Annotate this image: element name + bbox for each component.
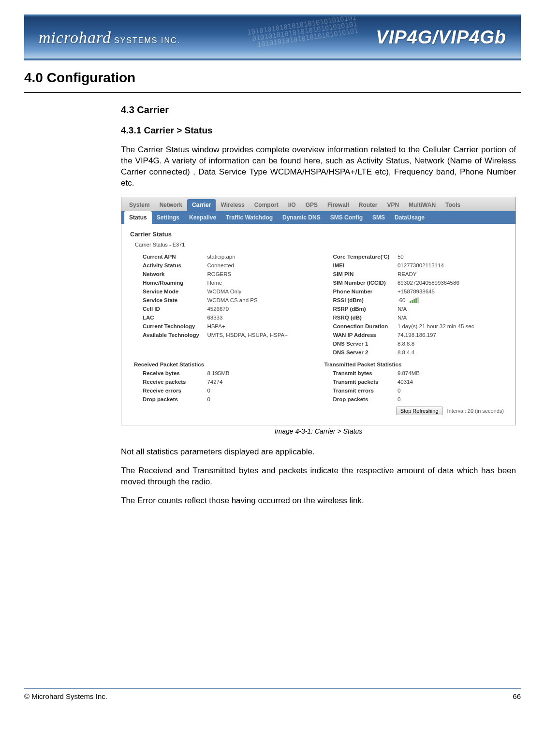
label-connection-duration: Connection Duration [318, 322, 394, 331]
section-title: 4.3 Carrier [121, 104, 516, 116]
label-network: Network [128, 270, 204, 278]
value-dns-server-1: 8.8.8.8 [395, 339, 509, 348]
main-tab-firewall[interactable]: Firewall [323, 199, 354, 211]
value-current-technology: HSPA+ [204, 322, 318, 331]
paragraph-3: The Received and Transmitted bytes and p… [121, 465, 516, 488]
main-tab-tools[interactable]: Tools [441, 199, 465, 211]
value-rsrq-db-: N/A [395, 313, 509, 322]
value-wan-ip-address: 74.198.186.197 [395, 331, 509, 339]
label-rsrq-db-: RSRQ (dB) [318, 313, 394, 322]
label-phone-number: Phone Number [318, 287, 394, 296]
label-service-mode: Service Mode [128, 287, 204, 296]
value-connection-duration: 1 day(s) 21 hour 32 min 45 sec [395, 322, 509, 331]
label-drop-packets: Drop packets [318, 395, 394, 404]
status-table: Current APNstaticip.apnCore Temperature(… [128, 252, 509, 404]
label-dns-server-2: DNS Server 2 [318, 348, 394, 357]
sub-tab-traffic-watchdog[interactable]: Traffic Watchdog [221, 211, 278, 224]
tx-stats-header: Transmitted Packet Statistics [318, 357, 509, 369]
copyright: © Microhard Systems Inc. [24, 692, 107, 700]
sub-tab-datausage[interactable]: DataUsage [390, 211, 429, 224]
label-imei: IMEI [318, 261, 394, 270]
paragraph-2: Not all statistics parameters displayed … [121, 447, 516, 458]
main-tab-system[interactable]: System [124, 199, 155, 211]
value-network: ROGERS [204, 270, 318, 278]
main-tab-i/o[interactable]: I/O [283, 199, 301, 211]
ui-screenshot: SystemNetworkCarrierWirelessComportI/OGP… [121, 197, 516, 425]
sub-tab-status[interactable]: Status [124, 211, 152, 224]
label-cell-id: Cell ID [128, 305, 204, 313]
label-core-temperature-c-: Core Temperature('C) [318, 252, 394, 261]
label-sim-pin: SIM PIN [318, 270, 394, 278]
main-tab-gps[interactable]: GPS [301, 199, 323, 211]
label-receive-packets: Receive packets [128, 378, 204, 386]
label-activity-status: Activity Status [128, 261, 204, 270]
value-current-apn: staticip.apn [204, 252, 318, 261]
value-drop-packets: 0 [204, 395, 318, 404]
value-phone-number: +15878938645 [395, 287, 509, 296]
chapter-title: 4.0 Configuration [24, 70, 521, 86]
label-service-state: Service State [128, 296, 204, 305]
value-sim-number-iccid-: 89302720405899364586 [395, 278, 509, 287]
value-available-technology: UMTS, HSDPA, HSUPA, HSPA+ [204, 331, 318, 339]
sub-tab-settings[interactable]: Settings [152, 211, 184, 224]
main-tab-carrier[interactable]: Carrier [187, 199, 216, 211]
figure-caption: Image 4-3-1: Carrier > Status [121, 427, 516, 435]
main-tab-vpn[interactable]: VPN [382, 199, 404, 211]
panel-title: Carrier Status [130, 231, 509, 238]
stop-refreshing-button[interactable]: Stop Refreshing [396, 407, 443, 415]
value-drop-packets: 0 [395, 395, 509, 404]
label-current-apn: Current APN [128, 252, 204, 261]
sub-tab-sms-config[interactable]: SMS Config [325, 211, 368, 224]
value-transmit-errors: 0 [395, 386, 509, 395]
value-transmit-packets: 40314 [395, 378, 509, 386]
sub-tab-dynamic-dns[interactable]: Dynamic DNS [278, 211, 325, 224]
sub-tabs: StatusSettingsKeepaliveTraffic WatchdogD… [121, 211, 516, 224]
value-cell-id: 4526670 [204, 305, 318, 313]
value-receive-errors: 0 [204, 386, 318, 395]
divider [24, 92, 521, 93]
value-service-mode: WCDMA Only [204, 287, 318, 296]
sub-tab-sms[interactable]: SMS [368, 211, 390, 224]
label-receive-errors: Receive errors [128, 386, 204, 395]
label-transmit-errors: Transmit errors [318, 386, 394, 395]
value-dns-server-2: 8.8.4.4 [395, 348, 509, 357]
value-rssi-dbm-: -60 [395, 296, 509, 305]
rx-stats-header: Received Packet Statistics [128, 357, 318, 369]
value-core-temperature-c-: 50 [395, 252, 509, 261]
page-number: 66 [513, 692, 521, 700]
label-rssi-dbm-: RSSI (dBm) [318, 296, 394, 305]
header-banner: 101010101010101010101010101 010101010101… [24, 15, 521, 60]
label-transmit-packets: Transmit packets [318, 378, 394, 386]
value-rsrp-dbm-: N/A [395, 305, 509, 313]
intro-paragraph: The Carrier Status window provides compl… [121, 145, 516, 189]
value-receive-bytes: 8.195MB [204, 369, 318, 378]
product-name: VIP4G/VIP4Gb [376, 27, 506, 48]
label-home-roaming: Home/Roaming [128, 278, 204, 287]
main-tab-router[interactable]: Router [354, 199, 383, 211]
label-dns-server-1: DNS Server 1 [318, 339, 394, 348]
page-footer: © Microhard Systems Inc. 66 [0, 688, 545, 710]
value-receive-packets: 74274 [204, 378, 318, 386]
value-service-state: WCDMA CS and PS [204, 296, 318, 305]
brand-logo: microhardSYSTEMS INC. [39, 29, 180, 47]
value-activity-status: Connected [204, 261, 318, 270]
label-current-technology: Current Technology [128, 322, 204, 331]
panel-subtitle: Carrier Status - E371 [135, 242, 509, 247]
main-tab-multiwan[interactable]: MultiWAN [404, 199, 441, 211]
value-imei: 012773002113114 [395, 261, 509, 270]
label-receive-bytes: Receive bytes [128, 369, 204, 378]
brand-name: microhard [39, 29, 111, 46]
main-tab-network[interactable]: Network [155, 199, 187, 211]
interval-text: Interval: 20 (in seconds) [447, 408, 504, 414]
label-wan-ip-address: WAN IP Address [318, 331, 394, 339]
main-tab-wireless[interactable]: Wireless [216, 199, 249, 211]
value-transmit-bytes: 9.874MB [395, 369, 509, 378]
label-rsrp-dbm-: RSRP (dBm) [318, 305, 394, 313]
subsection-title: 4.3.1 Carrier > Status [121, 125, 516, 136]
label-transmit-bytes: Transmit bytes [318, 369, 394, 378]
main-tabs: SystemNetworkCarrierWirelessComportI/OGP… [121, 197, 516, 211]
value-home-roaming: Home [204, 278, 318, 287]
main-tab-comport[interactable]: Comport [250, 199, 283, 211]
brand-sub: SYSTEMS INC. [114, 36, 180, 44]
sub-tab-keepalive[interactable]: Keepalive [184, 211, 221, 224]
